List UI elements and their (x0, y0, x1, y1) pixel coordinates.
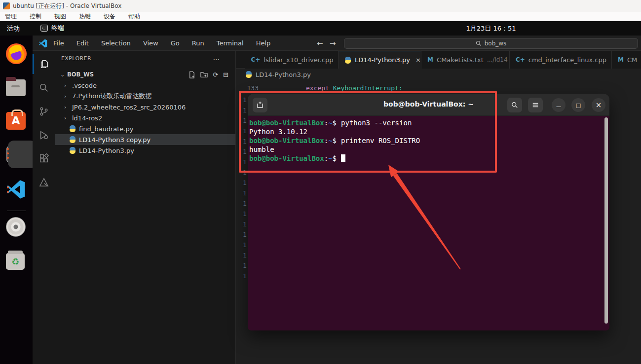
menu-view[interactable]: View (143, 39, 158, 47)
workspace-name: BOB_WS (67, 71, 94, 78)
workspace-section-header[interactable]: ⌄ BOB_WS ⟳ ⊟ (55, 69, 235, 80)
explorer-title: EXPLORER (61, 55, 91, 63)
files-pages-icon (39, 59, 50, 70)
focused-app-label: 终端 (51, 24, 64, 33)
menu-selection[interactable]: Selection (101, 39, 131, 47)
tree-item-label: JP6.2_wheeltec_ros2_src_20260106 (72, 104, 186, 111)
activitybar-search[interactable] (33, 78, 55, 98)
tab-label: lslidar_x10_driver.cpp (264, 56, 333, 64)
type-token: KeyboardInterrupt: (333, 84, 403, 92)
nav-back-button[interactable]: ← (317, 39, 323, 48)
dock-trash[interactable]: ♻ (6, 251, 27, 271)
menu-terminal[interactable]: Terminal (217, 39, 244, 47)
collapse-all-icon[interactable]: ⊟ (223, 71, 228, 78)
cmake-file-icon: M (427, 56, 433, 63)
terminal-line: bob@bob-VirtualBox:~$printenv ROS_DISTRO (249, 136, 603, 145)
tab-lslidar[interactable]: C+ lslidar_x10_driver.cpp (245, 51, 339, 69)
activitybar-source-control[interactable] (33, 102, 55, 121)
maximize-icon: □ (576, 102, 581, 109)
extensions-icon (38, 153, 49, 164)
new-folder-icon[interactable] (200, 71, 208, 78)
activitybar-cmake-tools[interactable] (33, 173, 55, 192)
menu-go[interactable]: Go (171, 39, 180, 47)
search-icon (511, 102, 518, 109)
chevron-right-icon: › (64, 104, 69, 110)
command-center-search[interactable]: bob_ws (344, 38, 638, 49)
tab-cmd-interface[interactable]: C+ cmd_interface_linux.cpp (510, 51, 612, 69)
command-center-text: bob_ws (485, 40, 507, 47)
activities-button[interactable]: 活动 (7, 24, 20, 33)
cpp-file-icon: C+ (516, 56, 525, 63)
dock-files[interactable] (6, 77, 27, 98)
search-icon (38, 82, 49, 93)
virtualbox-titlebar[interactable]: ubuntu [正在运行] - Oracle VirtualBox (0, 0, 641, 12)
menu-edit[interactable]: Edit (76, 39, 89, 47)
terminal-menu-button[interactable] (528, 98, 543, 112)
menu-help[interactable]: Help (256, 39, 271, 47)
minimize-button[interactable]: — (552, 98, 566, 112)
editor-tabs-bar: C+ lslidar_x10_driver.cpp LD14-Python3.p… (236, 51, 641, 69)
code-line-132: 132 (236, 80, 641, 84)
explorer-more-actions[interactable]: ⋯ (213, 55, 220, 63)
tree-item-ld14-copy[interactable]: LD14-Python3 copy.py (55, 134, 235, 145)
activity-bar (33, 51, 55, 364)
vbox-menu-manage[interactable]: 管理 (5, 12, 17, 21)
tab-clipped[interactable]: M CM (612, 51, 641, 69)
breadcrumb[interactable]: LD14-Python3.py (236, 69, 641, 80)
terminal-search-button[interactable] (507, 98, 522, 112)
files-icon (6, 79, 26, 96)
tree-item-vscode[interactable]: › .vscode (55, 80, 235, 91)
tab-label: CMakeLists.txt (437, 56, 484, 64)
chevron-right-icon: › (64, 93, 69, 100)
tab-cmakelists[interactable]: M CMakeLists.txt .../ld14 (421, 51, 510, 69)
terminal-line: humble (249, 145, 603, 154)
close-button[interactable]: × (592, 98, 605, 112)
vbox-menu-help[interactable]: 帮助 (128, 12, 140, 21)
vbox-menu-devices[interactable]: 设备 (104, 12, 115, 21)
virtualbox-menubar: 管理 控制 视图 热键 设备 帮助 (0, 12, 641, 21)
activitybar-run-debug[interactable] (33, 125, 55, 145)
terminal-titlebar[interactable]: bob@bob-VirtualBox: ~ — □ × (248, 94, 609, 116)
maximize-button[interactable]: □ (571, 98, 585, 112)
dock-disc[interactable] (6, 217, 27, 238)
cmake-file-icon: M (618, 56, 624, 63)
line-number: 132 (236, 80, 259, 84)
menu-file[interactable]: File (53, 39, 64, 47)
dock-vscode[interactable] (6, 180, 27, 200)
focused-app-indicator[interactable]: ›_ 终端 (40, 24, 64, 33)
dock-ubuntu-software[interactable]: A (6, 110, 27, 131)
vbox-menu-control[interactable]: 控制 (30, 12, 41, 21)
tab-ld14-python3[interactable]: LD14-Python3.py × (339, 51, 421, 69)
vbox-menu-view[interactable]: 视图 (54, 12, 66, 21)
close-icon[interactable]: × (415, 56, 421, 64)
chevron-right-icon: › (64, 82, 69, 89)
terminal-mini-icon: ›_ (40, 25, 48, 32)
tree-item-ld14ros2[interactable]: › ld14-ros2 (55, 112, 235, 123)
terminal-line: Python 3.10.12 (249, 127, 603, 136)
dock-terminal[interactable]: ›_ (6, 144, 27, 165)
dock-separator (7, 211, 26, 211)
new-file-icon[interactable] (188, 71, 195, 78)
hamburger-menu-icon (532, 102, 539, 109)
tree-item-jp62[interactable]: › JP6.2_wheeltec_ros2_src_20260106 (55, 102, 235, 112)
refresh-icon[interactable]: ⟳ (213, 71, 218, 78)
tree-item-7python[interactable]: › 7.Python读取乐动雷达数据 (55, 91, 235, 102)
python-file-icon (69, 147, 76, 154)
menu-run[interactable]: Run (192, 39, 204, 47)
dock-firefox[interactable] (6, 43, 27, 64)
tree-item-ld14[interactable]: LD14-Python3.py (55, 145, 235, 156)
tree-item-find-baudrate[interactable]: find_baudrate.py (55, 123, 235, 134)
virtualbox-window-title: ubuntu [正在运行] - Oracle VirtualBox (13, 2, 121, 10)
vbox-menu-hotkeys[interactable]: 热键 (79, 12, 91, 21)
terminal-body[interactable]: bob@bob-VirtualBox:~$python3 --version P… (248, 116, 609, 330)
tree-item-label: ld14-ros2 (72, 114, 102, 122)
terminal-window[interactable]: bob@bob-VirtualBox: ~ — □ × bob@bob-Virt… (248, 94, 609, 330)
line-number: 133 (236, 84, 259, 95)
clock[interactable]: 1月23日 16：51 (461, 24, 521, 33)
nav-forward-button[interactable]: → (330, 39, 336, 48)
terminal-scrollbar[interactable] (604, 117, 608, 324)
activitybar-explorer[interactable] (33, 54, 55, 74)
tab-label: cmd_interface_linux.cpp (528, 56, 606, 64)
activitybar-extensions[interactable] (33, 149, 55, 169)
tree-item-label: find_baudrate.py (79, 125, 133, 133)
